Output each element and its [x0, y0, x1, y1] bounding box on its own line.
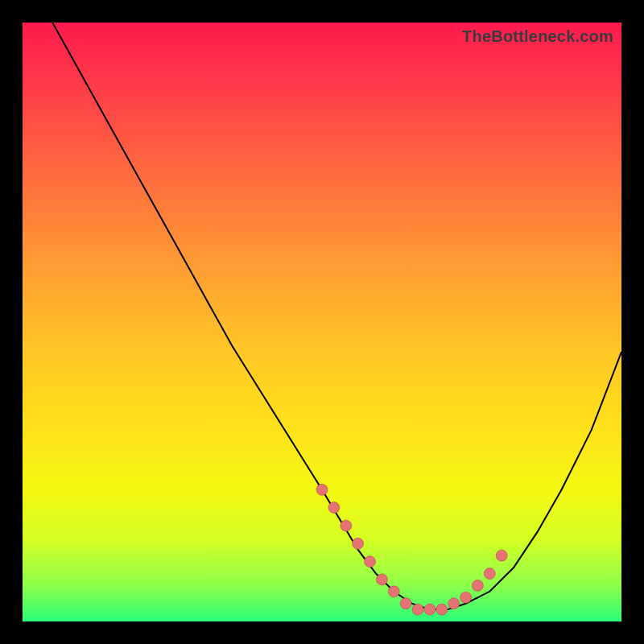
marker-dot [353, 538, 364, 549]
marker-dot [365, 556, 376, 568]
marker-dot [412, 604, 423, 615]
marker-dot [341, 520, 352, 531]
plot-area: TheBottleneck.com [23, 23, 621, 621]
marker-dot [460, 592, 472, 603]
marker-dot [376, 574, 387, 585]
curve-layer [23, 23, 621, 621]
marker-dot [436, 604, 448, 615]
marker-dot [316, 484, 328, 495]
marker-dot [496, 550, 507, 561]
marker-dot [328, 502, 340, 514]
chart-frame: TheBottleneck.com [0, 0, 644, 644]
marker-dot [472, 580, 483, 591]
marker-dots [316, 484, 507, 615]
marker-dot [448, 598, 460, 609]
marker-dot [400, 598, 411, 609]
marker-dot [388, 586, 399, 597]
marker-dot [484, 568, 495, 580]
bottleneck-curve [52, 23, 621, 609]
marker-dot [424, 604, 436, 615]
